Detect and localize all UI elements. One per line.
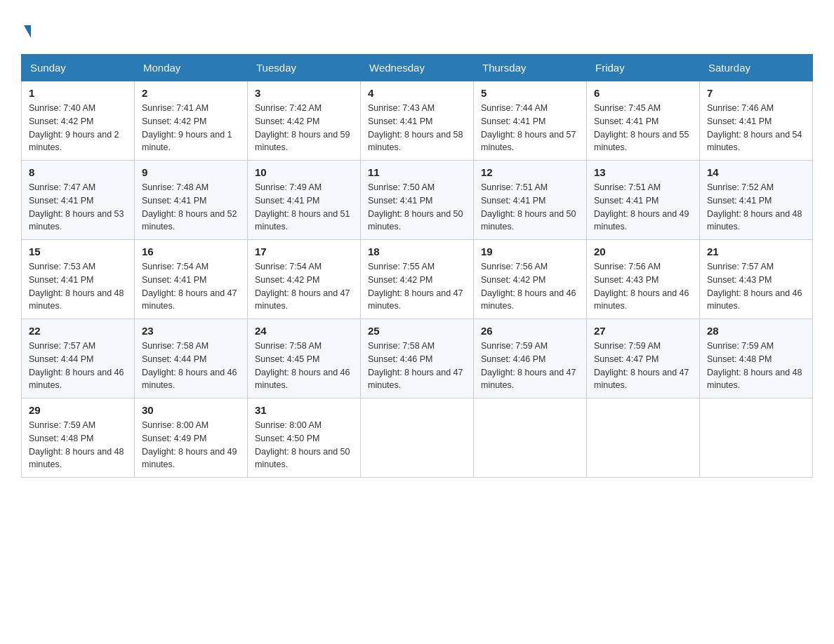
calendar-cell: 3Sunrise: 7:42 AMSunset: 4:42 PMDaylight… — [248, 81, 361, 161]
day-number: 29 — [29, 404, 127, 416]
calendar-cell: 11Sunrise: 7:50 AMSunset: 4:41 PMDayligh… — [361, 161, 474, 240]
day-number: 15 — [29, 246, 127, 257]
day-number: 5 — [481, 87, 579, 99]
calendar-cell: 18Sunrise: 7:55 AMSunset: 4:42 PMDayligh… — [361, 240, 474, 319]
calendar-cell: 29Sunrise: 7:59 AMSunset: 4:48 PMDayligh… — [22, 398, 135, 478]
page-header — [21, 14, 813, 40]
calendar-cell: 19Sunrise: 7:56 AMSunset: 4:42 PMDayligh… — [474, 240, 587, 319]
calendar-cell: 6Sunrise: 7:45 AMSunset: 4:41 PMDaylight… — [587, 81, 700, 161]
day-info: Sunrise: 7:45 AMSunset: 4:41 PMDaylight:… — [594, 102, 692, 154]
day-of-week-sunday: Sunday — [22, 55, 135, 81]
logo — [21, 14, 31, 40]
day-number: 3 — [255, 87, 353, 99]
day-number: 2 — [142, 87, 240, 99]
day-info: Sunrise: 8:00 AMSunset: 4:50 PMDaylight:… — [255, 419, 353, 471]
day-info: Sunrise: 7:59 AMSunset: 4:48 PMDaylight:… — [29, 419, 127, 471]
day-number: 19 — [481, 246, 579, 257]
day-number: 7 — [707, 87, 805, 99]
day-info: Sunrise: 7:54 AMSunset: 4:42 PMDaylight:… — [255, 260, 353, 313]
day-number: 30 — [142, 404, 240, 416]
day-number: 11 — [368, 166, 466, 178]
calendar-week-row: 8Sunrise: 7:47 AMSunset: 4:41 PMDaylight… — [22, 161, 813, 240]
day-of-week-wednesday: Wednesday — [361, 55, 474, 81]
day-number: 9 — [142, 166, 240, 178]
day-of-week-friday: Friday — [587, 55, 700, 81]
day-of-week-tuesday: Tuesday — [248, 55, 361, 81]
calendar-cell: 5Sunrise: 7:44 AMSunset: 4:41 PMDaylight… — [474, 81, 587, 161]
day-info: Sunrise: 7:57 AMSunset: 4:44 PMDaylight:… — [29, 340, 127, 392]
day-info: Sunrise: 7:49 AMSunset: 4:41 PMDaylight:… — [255, 181, 353, 234]
day-info: Sunrise: 7:51 AMSunset: 4:41 PMDaylight:… — [594, 181, 692, 234]
day-number: 28 — [707, 325, 805, 337]
day-info: Sunrise: 7:59 AMSunset: 4:46 PMDaylight:… — [481, 340, 579, 392]
calendar-week-row: 29Sunrise: 7:59 AMSunset: 4:48 PMDayligh… — [22, 398, 813, 478]
calendar-table: SundayMondayTuesdayWednesdayThursdayFrid… — [21, 54, 813, 478]
day-number: 23 — [142, 325, 240, 337]
day-info: Sunrise: 7:58 AMSunset: 4:46 PMDaylight:… — [368, 340, 466, 392]
day-info: Sunrise: 7:52 AMSunset: 4:41 PMDaylight:… — [707, 181, 805, 234]
day-number: 16 — [142, 246, 240, 257]
calendar-cell: 25Sunrise: 7:58 AMSunset: 4:46 PMDayligh… — [361, 319, 474, 398]
day-of-week-thursday: Thursday — [474, 55, 587, 81]
day-info: Sunrise: 7:59 AMSunset: 4:48 PMDaylight:… — [707, 340, 805, 392]
day-number: 21 — [707, 246, 805, 257]
day-of-week-monday: Monday — [135, 55, 248, 81]
calendar-cell: 20Sunrise: 7:56 AMSunset: 4:43 PMDayligh… — [587, 240, 700, 319]
day-info: Sunrise: 7:50 AMSunset: 4:41 PMDaylight:… — [368, 181, 466, 234]
calendar-cell: 7Sunrise: 7:46 AMSunset: 4:41 PMDaylight… — [700, 81, 813, 161]
day-info: Sunrise: 7:55 AMSunset: 4:42 PMDaylight:… — [368, 260, 466, 313]
calendar-cell: 17Sunrise: 7:54 AMSunset: 4:42 PMDayligh… — [248, 240, 361, 319]
day-number: 24 — [255, 325, 353, 337]
day-info: Sunrise: 7:53 AMSunset: 4:41 PMDaylight:… — [29, 260, 127, 313]
calendar-cell: 1Sunrise: 7:40 AMSunset: 4:42 PMDaylight… — [22, 81, 135, 161]
day-info: Sunrise: 7:58 AMSunset: 4:45 PMDaylight:… — [255, 340, 353, 392]
day-number: 12 — [481, 166, 579, 178]
calendar-cell: 16Sunrise: 7:54 AMSunset: 4:41 PMDayligh… — [135, 240, 248, 319]
day-number: 10 — [255, 166, 353, 178]
day-info: Sunrise: 7:46 AMSunset: 4:41 PMDaylight:… — [707, 102, 805, 154]
day-number: 26 — [481, 325, 579, 337]
day-number: 25 — [368, 325, 466, 337]
day-number: 6 — [594, 87, 692, 99]
calendar-week-row: 15Sunrise: 7:53 AMSunset: 4:41 PMDayligh… — [22, 240, 813, 319]
day-info: Sunrise: 7:41 AMSunset: 4:42 PMDaylight:… — [142, 102, 240, 154]
calendar-cell: 26Sunrise: 7:59 AMSunset: 4:46 PMDayligh… — [474, 319, 587, 398]
day-info: Sunrise: 7:47 AMSunset: 4:41 PMDaylight:… — [29, 181, 127, 234]
calendar-cell: 10Sunrise: 7:49 AMSunset: 4:41 PMDayligh… — [248, 161, 361, 240]
day-number: 31 — [255, 404, 353, 416]
calendar-cell: 8Sunrise: 7:47 AMSunset: 4:41 PMDaylight… — [22, 161, 135, 240]
calendar-cell: 24Sunrise: 7:58 AMSunset: 4:45 PMDayligh… — [248, 319, 361, 398]
calendar-cell: 22Sunrise: 7:57 AMSunset: 4:44 PMDayligh… — [22, 319, 135, 398]
day-number: 17 — [255, 246, 353, 257]
day-info: Sunrise: 7:44 AMSunset: 4:41 PMDaylight:… — [481, 102, 579, 154]
calendar-cell: 2Sunrise: 7:41 AMSunset: 4:42 PMDaylight… — [135, 81, 248, 161]
calendar-cell: 21Sunrise: 7:57 AMSunset: 4:43 PMDayligh… — [700, 240, 813, 319]
day-info: Sunrise: 7:56 AMSunset: 4:43 PMDaylight:… — [594, 260, 692, 313]
calendar-week-row: 1Sunrise: 7:40 AMSunset: 4:42 PMDaylight… — [22, 81, 813, 161]
day-info: Sunrise: 7:48 AMSunset: 4:41 PMDaylight:… — [142, 181, 240, 234]
calendar-cell: 28Sunrise: 7:59 AMSunset: 4:48 PMDayligh… — [700, 319, 813, 398]
logo-triangle-icon — [24, 25, 31, 38]
day-number: 14 — [707, 166, 805, 178]
day-number: 8 — [29, 166, 127, 178]
day-number: 18 — [368, 246, 466, 257]
calendar-cell: 12Sunrise: 7:51 AMSunset: 4:41 PMDayligh… — [474, 161, 587, 240]
calendar-cell — [700, 398, 813, 478]
logo-general-text — [21, 14, 31, 40]
day-number: 22 — [29, 325, 127, 337]
day-number: 13 — [594, 166, 692, 178]
day-info: Sunrise: 7:42 AMSunset: 4:42 PMDaylight:… — [255, 102, 353, 154]
calendar-cell: 13Sunrise: 7:51 AMSunset: 4:41 PMDayligh… — [587, 161, 700, 240]
day-info: Sunrise: 7:43 AMSunset: 4:41 PMDaylight:… — [368, 102, 466, 154]
calendar-header-row: SundayMondayTuesdayWednesdayThursdayFrid… — [22, 55, 813, 81]
calendar-cell: 14Sunrise: 7:52 AMSunset: 4:41 PMDayligh… — [700, 161, 813, 240]
calendar-cell — [474, 398, 587, 478]
day-number: 27 — [594, 325, 692, 337]
day-number: 4 — [368, 87, 466, 99]
calendar-cell: 4Sunrise: 7:43 AMSunset: 4:41 PMDaylight… — [361, 81, 474, 161]
day-info: Sunrise: 7:51 AMSunset: 4:41 PMDaylight:… — [481, 181, 579, 234]
calendar-cell: 31Sunrise: 8:00 AMSunset: 4:50 PMDayligh… — [248, 398, 361, 478]
calendar-cell: 27Sunrise: 7:59 AMSunset: 4:47 PMDayligh… — [587, 319, 700, 398]
day-of-week-saturday: Saturday — [700, 55, 813, 81]
calendar-cell: 15Sunrise: 7:53 AMSunset: 4:41 PMDayligh… — [22, 240, 135, 319]
